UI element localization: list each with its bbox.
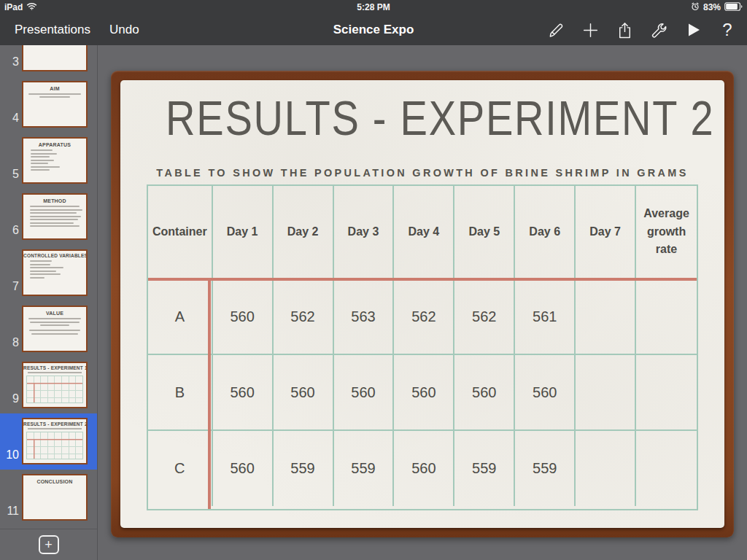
thumb-text-line [31,149,53,151]
thumb-title: RESULTS - EXPERIMENT 1 [23,365,86,370]
table-header-day4[interactable]: Day 4 [394,186,454,279]
thumb-text-line [30,260,52,262]
sidebar-slide-8[interactable]: 8 VALUE [0,301,97,357]
sidebar-slide-4[interactable]: 4 AIM [0,77,97,133]
slide-number: 3 [0,55,19,69]
slide-thumbnail[interactable]: AIM [22,81,88,128]
sidebar-slide-11[interactable]: 11 CONCLUSION [0,470,97,526]
thumb-text-line [31,160,54,161]
thumb-text-line [30,209,82,211]
table-cell-A-day1[interactable]: 560 [213,279,274,355]
slide-number: 11 [0,505,19,518]
table-cell-C-average[interactable] [636,431,697,506]
help-icon[interactable]: ? [718,20,737,39]
add-icon[interactable] [581,20,600,39]
slide-paper[interactable]: RESULTS - EXPERIMENT 2 TABLE TO SHOW THE… [120,80,724,528]
slide-thumbnail[interactable]: VALUE [22,306,88,352]
table-cell-rowC-label[interactable]: C [148,431,213,506]
thumb-text-line [28,318,81,319]
play-icon[interactable] [684,20,703,39]
table-cell-rowB-label[interactable]: B [148,355,213,431]
slide-subtitle[interactable]: TABLE TO SHOW THE POPULATION GROWTH OF B… [133,166,713,179]
table-header-day5[interactable]: Day 5 [454,186,515,279]
slide-thumbnail[interactable]: CONCLUSION [22,474,88,521]
table-cell-B-day2[interactable]: 560 [274,355,334,431]
table-cell-B-day7[interactable] [576,355,636,431]
thumb-text-line [30,212,77,214]
table-cell-B-average[interactable] [636,355,697,431]
table-cell-C-day1[interactable]: 560 [213,431,274,506]
slide-number: 10 [0,448,19,462]
table-cell-C-day2[interactable]: 559 [274,431,334,506]
table-cell-C-day6[interactable]: 559 [515,431,576,506]
table-cell-A-day5[interactable]: 562 [454,279,515,355]
thumb-text-line [29,330,80,331]
table-cell-rowA-label[interactable]: A [148,279,213,355]
table-cell-C-day4[interactable]: 560 [394,431,454,506]
thumb-text-line [31,333,78,335]
sidebar-slide-10[interactable]: 10 RESULTS - EXPERIMENT 2 [0,413,97,470]
table-header-day3[interactable]: Day 3 [334,186,395,279]
table-header-container[interactable]: Container [148,186,213,279]
slide-frame[interactable]: RESULTS - EXPERIMENT 2 TABLE TO SHOW THE… [111,71,734,537]
thumb-text-line [30,216,81,217]
thumb-title: METHOD [23,198,86,203]
slide-thumbnail[interactable]: RESULTS - EXPERIMENT 1 [22,362,88,408]
sidebar-slide-7[interactable]: 7 CONTROLLED VARIABLES [0,245,97,301]
slide-number: 5 [0,168,19,181]
sidebar-slide-9[interactable]: 9 RESULTS - EXPERIMENT 1 [0,357,97,413]
table-header-day6[interactable]: Day 6 [515,186,576,279]
slide-thumbnail[interactable] [22,45,88,71]
table-cell-C-day3[interactable]: 559 [334,431,395,506]
table-cell-B-day1[interactable]: 560 [213,355,274,431]
sidebar-slide-6[interactable]: 6 METHOD [0,189,97,245]
table-cell-C-day5[interactable]: 559 [454,431,515,506]
thumb-mini-table [26,376,83,403]
thumb-subtitle-line [28,428,82,429]
table-header-day2[interactable]: Day 2 [274,186,334,279]
thumb-text-line [30,264,50,265]
table-cell-A-day7[interactable] [576,279,636,355]
format-brush-icon[interactable] [546,20,565,39]
table-cell-B-day4[interactable]: 560 [394,355,454,431]
toolbar: Presentations Undo Science Expo [0,15,747,45]
slide-number: 8 [0,336,19,349]
slide-thumbnail[interactable]: METHOD [22,193,88,240]
table-cell-A-day4[interactable]: 562 [394,279,454,355]
thumb-text-line [30,271,56,272]
table-header-average[interactable]: Average growth rate [636,186,697,279]
table-cell-A-day3[interactable]: 563 [334,279,395,355]
table-cell-B-day3[interactable]: 560 [334,355,395,431]
thumb-title: APPARATUS [23,142,86,147]
top-bar: iPad 5:28 PM [0,0,747,45]
battery-percent: 83% [703,2,721,12]
thumb-title: CONTROLLED VARIABLES [23,253,86,258]
add-slide-button[interactable]: + [39,535,59,554]
table-cell-B-day5[interactable]: 560 [454,355,515,431]
table-cell-A-day2[interactable]: 562 [274,279,334,355]
table-header-day7[interactable]: Day 7 [576,186,636,279]
results-table[interactable]: Container Day 1 Day 2 Day 3 Day 4 Day 5 … [147,184,698,510]
table-cell-A-average[interactable] [636,279,697,355]
sidebar-slide-5[interactable]: 5 APPARATUS [0,133,97,189]
thumb-title: RESULTS - EXPERIMENT 2 [23,421,86,427]
thumb-title: VALUE [23,311,86,316]
slide-thumbnail[interactable]: APPARATUS [22,137,88,184]
tools-icon[interactable] [649,20,668,39]
table-header-day1[interactable]: Day 1 [213,186,274,279]
table-cell-C-day7[interactable] [576,431,636,506]
status-bar: iPad 5:28 PM [0,0,747,15]
slide-list: 3 4 AIM 5 APPARATUS [0,45,97,529]
slide-canvas: RESULTS - EXPERIMENT 2 TABLE TO SHOW THE… [98,45,747,560]
sidebar-slide-3[interactable]: 3 [0,45,97,77]
share-icon[interactable] [615,20,634,39]
slide-thumbnail-selected[interactable]: RESULTS - EXPERIMENT 2 [22,418,88,464]
table-cell-B-day6[interactable]: 560 [515,355,576,431]
slide-title[interactable]: RESULTS - EXPERIMENT 2 [166,92,679,145]
table-cell-A-day6[interactable]: 561 [515,279,576,355]
thumb-title: CONCLUSION [23,479,86,484]
thumb-subtitle-line [28,372,82,373]
slide-thumbnail[interactable]: CONTROLLED VARIABLES [22,249,88,296]
keynote-app: iPad 5:28 PM [0,0,747,560]
sidebar-footer: + [0,529,97,560]
